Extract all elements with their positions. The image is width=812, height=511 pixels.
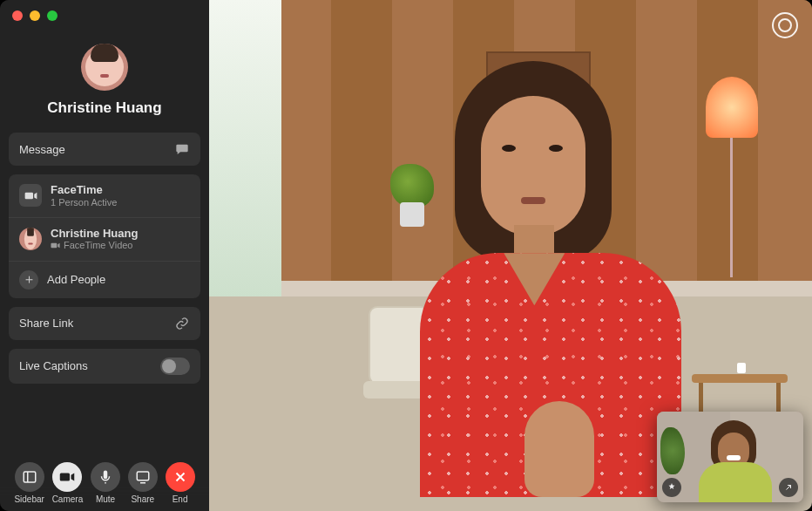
participants-panel: FaceTime 1 Person Active Christine Huang… [9,174,200,298]
facetime-title: FaceTime [51,183,117,197]
mute-button[interactable] [91,462,120,492]
participant-name: Christine Huang [51,227,138,241]
call-controls: Sidebar Camera Mute Share [9,457,200,504]
add-people-label: Add People [47,273,105,286]
share-control: Share [128,462,158,504]
share-link-panel: Share Link [9,307,200,340]
live-captions-label: Live Captions [19,359,88,372]
camera-control-label: Camera [52,494,84,504]
facetime-subtitle: 1 Person Active [51,197,117,208]
sidebar-toggle-button[interactable] [15,462,44,492]
live-captions-panel: Live Captions [9,349,200,384]
pip-effects-button[interactable] [662,478,681,497]
end-call-button[interactable] [166,462,195,492]
add-people-button[interactable]: ＋ Add People [9,261,200,298]
participant-avatar [19,228,42,250]
call-sidebar: Christine Huang Message FaceTime 1 Perso… [0,0,209,511]
participant-status: FaceTime Video [51,240,138,251]
sidebar-control-label: Sidebar [14,494,44,504]
video-icon [19,184,42,207]
fullscreen-window-button[interactable] [47,10,58,21]
contact-avatar[interactable] [81,44,128,91]
self-view-pip[interactable] [657,412,803,502]
mute-control-label: Mute [96,494,115,504]
participant-labels: Christine Huang FaceTime Video [51,227,138,252]
video-area [209,0,812,511]
end-control-label: End [173,494,188,504]
message-label: Message [19,143,65,156]
live-captions-row: Live Captions [9,349,200,384]
message-button[interactable]: Message [9,133,200,166]
close-window-button[interactable] [12,10,23,21]
live-captions-toggle[interactable] [160,358,190,375]
participant-row[interactable]: Christine Huang FaceTime Video [9,217,200,261]
facetime-status-row[interactable]: FaceTime 1 Person Active [9,174,200,217]
minimize-window-button[interactable] [30,10,40,21]
sidebar-toggle-control: Sidebar [14,462,44,504]
camera-button[interactable] [52,462,82,492]
window-controls [12,10,58,21]
svg-rect-0 [24,472,36,482]
end-control: End [166,462,195,504]
plus-icon: ＋ [19,270,38,290]
share-link-label: Share Link [19,317,73,330]
facetime-window: Christine Huang Message FaceTime 1 Perso… [0,0,812,511]
facetime-status-labels: FaceTime 1 Person Active [51,183,117,208]
share-link-button[interactable]: Share Link [9,307,200,340]
contact-name: Christine Huang [47,99,161,117]
message-panel: Message [9,133,200,166]
share-control-label: Share [131,494,154,504]
share-button[interactable] [128,462,158,492]
contact-header: Christine Huang [9,44,200,117]
message-icon [174,141,190,157]
mute-control: Mute [91,462,120,504]
live-photo-button[interactable] [772,12,798,38]
pip-expand-button[interactable] [779,478,798,497]
link-icon [174,316,190,331]
camera-control: Camera [52,462,84,504]
svg-rect-2 [137,472,149,480]
